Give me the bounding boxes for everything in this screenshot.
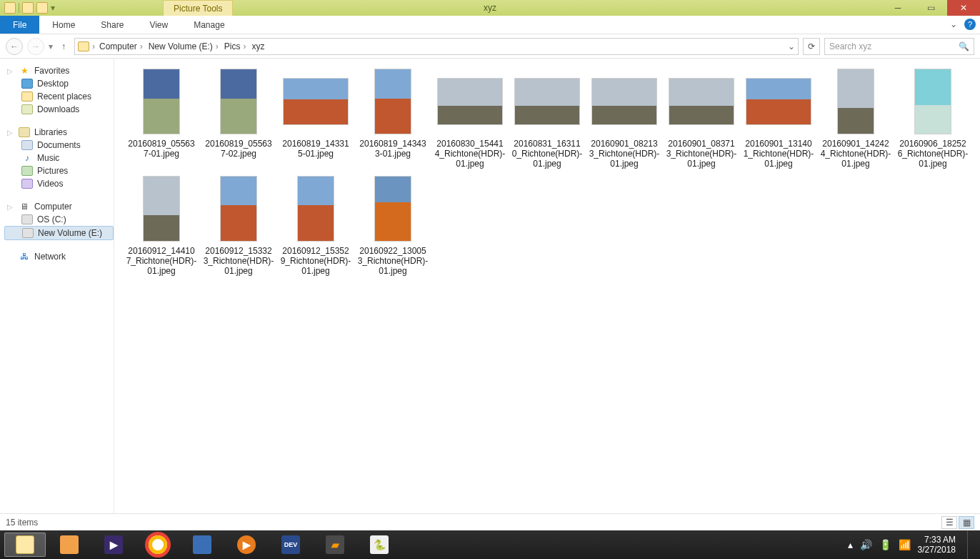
maximize-button[interactable]: ▭ [914, 0, 947, 16]
file-thumbnail [127, 174, 196, 243]
file-item[interactable]: 20160830_154414_Richtone(HDR)-01.jpeg [431, 67, 509, 169]
sidebar-group-favorites[interactable]: ▷★Favorites [4, 64, 114, 77]
drive-icon [22, 228, 34, 238]
file-thumbnail [899, 67, 967, 136]
refresh-button[interactable]: ⟳ [803, 38, 820, 55]
clock[interactable]: 7:33 AM 3/27/2018 [918, 535, 956, 555]
computer-icon: 🖥 [19, 202, 30, 212]
taskbar-media-player[interactable]: ▶ [93, 533, 134, 557]
search-box[interactable]: 🔍 [824, 38, 974, 55]
nav-back-button[interactable]: ← [6, 38, 23, 55]
sidebar-item-downloads[interactable]: Downloads [4, 103, 114, 116]
file-item[interactable]: 20160922_130053_Richtone(HDR)-01.jpeg [354, 174, 431, 276]
view-large-icons-button[interactable]: ▦ [959, 516, 974, 529]
nav-forward-button[interactable]: → [27, 38, 44, 55]
folder-icon[interactable] [4, 2, 16, 14]
picture-tools-tab[interactable]: Picture Tools [163, 0, 233, 16]
tab-home[interactable]: Home [39, 16, 88, 34]
file-thumbnail [204, 67, 273, 136]
taskbar-wmp[interactable]: ▶ [226, 533, 267, 557]
address-bar[interactable]: › Computer› New Volume (E:)› Pics› xyz ⌄ [74, 38, 799, 55]
file-item[interactable]: 20160819_143433-01.jpeg [354, 67, 431, 169]
tab-view[interactable]: View [136, 16, 181, 34]
sidebar-item-music[interactable]: ♪Music [4, 152, 114, 164]
file-name: 20160819_055637-02.jpeg [200, 139, 277, 159]
taskbar-calculator[interactable] [181, 533, 223, 557]
file-thumbnail [590, 67, 659, 136]
quick-access-toolbar: ▾ [0, 2, 55, 14]
file-item[interactable]: 20160831_163110_Richtone(HDR)-01.jpeg [509, 67, 586, 169]
taskbar-app-2[interactable] [49, 533, 90, 557]
file-item[interactable]: 20160901_131401_Richtone(HDR)-01.jpeg [740, 67, 817, 169]
sidebar-item-drive-c[interactable]: OS (C:) [4, 213, 114, 226]
file-pane[interactable]: 20160819_055637-01.jpeg20160819_055637-0… [114, 59, 980, 513]
search-icon[interactable]: 🔍 [959, 41, 969, 51]
taskbar-python[interactable]: 🐍 [359, 533, 400, 557]
file-name: 20160831_163110_Richtone(HDR)-01.jpeg [509, 139, 586, 169]
minimize-button[interactable]: ─ [881, 0, 914, 16]
file-item[interactable]: 20160819_055637-01.jpeg [123, 67, 200, 169]
file-thumbnail [667, 67, 736, 136]
libraries-icon [19, 127, 30, 137]
taskbar-sublime[interactable]: ▰ [314, 533, 356, 557]
taskbar-chrome[interactable] [137, 533, 179, 557]
tab-manage[interactable]: Manage [181, 16, 237, 34]
help-icon[interactable]: ? [964, 19, 976, 30]
file-item[interactable]: 20160819_055637-02.jpeg [200, 67, 277, 169]
volume-icon[interactable]: 🔊 [860, 539, 872, 550]
file-name: 20160901_142424_Richtone(HDR)-01.jpeg [817, 139, 894, 169]
chevron-down-icon[interactable]: ▾ [51, 3, 55, 13]
file-item[interactable]: 20160901_082133_Richtone(HDR)-01.jpeg [586, 67, 663, 169]
file-name: 20160906_182526_Richtone(HDR)-01.jpeg [894, 139, 971, 169]
documents-icon [21, 140, 33, 150]
ribbon: File Home Share View Manage ⌄ ? [0, 16, 980, 34]
file-name: 20160819_143433-01.jpeg [354, 139, 431, 159]
breadcrumb[interactable]: New Volume (E:)› [147, 41, 220, 51]
battery-icon[interactable]: 🔋 [879, 539, 891, 550]
address-dropdown-icon[interactable]: ⌄ [788, 41, 795, 51]
file-item[interactable]: 20160912_153529_Richtone(HDR)-01.jpeg [277, 174, 354, 276]
sidebar-item-desktop[interactable]: Desktop [4, 77, 114, 90]
sidebar-item-pictures[interactable]: Pictures [4, 164, 114, 177]
sidebar-group-network[interactable]: ▷🖧Network [4, 250, 114, 263]
file-thumbnail [281, 174, 350, 243]
file-thumbnail [281, 67, 350, 136]
breadcrumb[interactable]: Computer› [98, 41, 144, 51]
file-thumbnail [204, 174, 273, 243]
tray-overflow-icon[interactable]: ▴ [848, 539, 853, 550]
taskbar-explorer[interactable] [4, 533, 46, 557]
file-item[interactable]: 20160906_182526_Richtone(HDR)-01.jpeg [894, 67, 971, 169]
sidebar-item-recent[interactable]: Recent places [4, 90, 114, 103]
system-tray: ▴ 🔊 🔋 📶 7:33 AM 3/27/2018 [848, 530, 976, 559]
close-button[interactable]: ✕ [947, 0, 980, 16]
sidebar-group-libraries[interactable]: ▷Libraries [4, 126, 114, 139]
show-desktop-button[interactable] [967, 530, 973, 559]
sidebar-group-computer[interactable]: ▷🖥Computer [4, 200, 114, 213]
breadcrumb[interactable]: xyz [250, 41, 266, 51]
wifi-icon[interactable]: 📶 [899, 539, 911, 550]
file-thumbnail [744, 67, 813, 136]
sidebar-item-drive-e[interactable]: New Volume (E:) [4, 226, 114, 240]
tab-share[interactable]: Share [88, 16, 136, 34]
file-item[interactable]: 20160912_153323_Richtone(HDR)-01.jpeg [200, 174, 277, 276]
search-input[interactable] [829, 41, 959, 51]
tab-file[interactable]: File [0, 16, 39, 34]
file-item[interactable]: 20160901_142424_Richtone(HDR)-01.jpeg [817, 67, 894, 169]
chevron-right-icon[interactable]: › [92, 41, 95, 51]
nav-up-button[interactable]: ↑ [57, 41, 70, 51]
file-name: 20160912_153323_Richtone(HDR)-01.jpeg [200, 246, 277, 276]
sidebar-item-videos[interactable]: Videos [4, 177, 114, 190]
taskbar-devcpp[interactable]: DEV [270, 533, 311, 557]
file-item[interactable]: 20160912_144107_Richtone(HDR)-01.jpeg [123, 174, 200, 276]
ribbon-expand-icon[interactable]: ⌄ [950, 19, 957, 29]
properties-icon[interactable] [22, 2, 34, 14]
new-folder-icon[interactable] [36, 2, 48, 14]
history-dropdown-icon[interactable]: ▾ [49, 41, 53, 51]
breadcrumb[interactable]: Pics› [223, 41, 248, 51]
nav-bar: ← → ▾ ↑ › Computer› New Volume (E:)› Pic… [0, 34, 980, 59]
view-details-button[interactable]: ☰ [941, 516, 957, 529]
file-item[interactable]: 20160901_083713_Richtone(HDR)-01.jpeg [663, 67, 740, 169]
file-item[interactable]: 20160819_143315-01.jpeg [277, 67, 354, 169]
file-thumbnail [821, 67, 890, 136]
sidebar-item-documents[interactable]: Documents [4, 139, 114, 152]
